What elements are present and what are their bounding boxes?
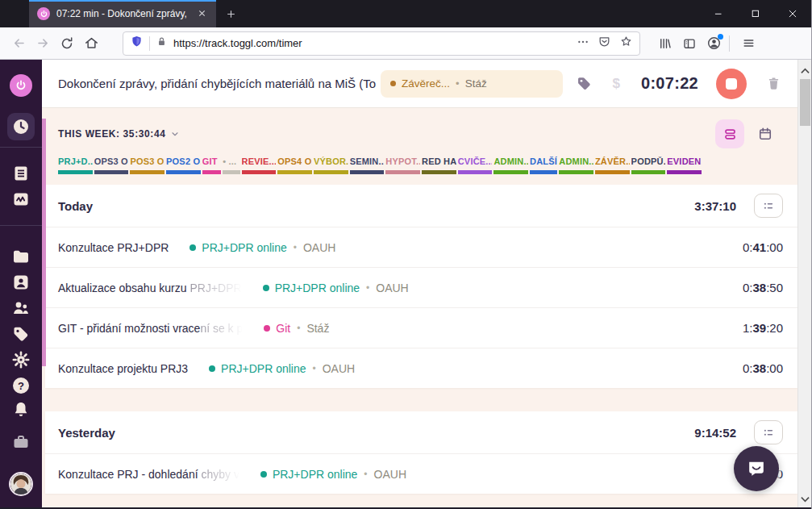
breakdown-segment[interactable]: ZÁVĚR... — [595, 156, 630, 174]
nav-tags[interactable] — [11, 324, 31, 344]
list-view-button[interactable] — [715, 119, 744, 148]
home-button[interactable] — [79, 31, 103, 56]
entry-project[interactable]: Git • Stáž — [264, 322, 329, 335]
nav-team[interactable] — [11, 298, 31, 318]
breakdown-segment[interactable]: REVIE... — [242, 156, 277, 174]
entry-duration[interactable]: 0:41:00 — [743, 240, 783, 254]
chevron-down-icon[interactable] — [170, 129, 180, 139]
chat-launcher[interactable] — [734, 446, 779, 491]
url-text[interactable]: https://track.toggl.com/timer — [173, 37, 577, 49]
breakdown-bar — [631, 170, 666, 174]
tracking-shield-icon[interactable] — [130, 35, 144, 52]
window-maximize-button[interactable] — [737, 0, 774, 27]
entry-duration[interactable]: 0:38:00 — [743, 361, 783, 375]
nav-insights[interactable] — [11, 190, 31, 209]
breakdown-segment[interactable]: HYPOT... — [385, 156, 420, 174]
tab-close-icon[interactable] — [194, 7, 210, 21]
breakdown-segment[interactable]: ADMIN... — [493, 156, 528, 174]
project-breakdown: PRJ+D...OPS3 O...POS3 O...POS2 O...GIT• … — [58, 156, 703, 174]
breakdown-segment[interactable]: GIT — [202, 156, 221, 174]
stop-icon — [726, 78, 737, 90]
window-close-button[interactable] — [774, 0, 811, 27]
nav-settings[interactable] — [11, 350, 31, 369]
breakdown-segment[interactable]: EVIDEN... — [667, 156, 702, 174]
nav-timer[interactable] — [7, 113, 35, 140]
url-bar[interactable]: https://track.toggl.com/timer — [123, 31, 640, 56]
scrollbar-down-arrow[interactable] — [801, 491, 810, 506]
forward-button[interactable] — [31, 31, 55, 56]
project-name: PRJ+DPR online — [202, 241, 286, 254]
timer-description-input[interactable]: Dokončení zprávy, přidání chybějících ma… — [58, 77, 376, 90]
breakdown-segment[interactable]: POS3 O... — [130, 156, 164, 174]
project-name: PRJ+DPR online — [273, 468, 357, 481]
new-tab-button[interactable] — [216, 0, 246, 27]
entry-description[interactable]: Konzultace projektu PRJ3 — [58, 362, 188, 375]
week-total-label[interactable]: THIS WEEK: 35:30:44 — [58, 128, 165, 140]
scrollbar-thumb[interactable] — [800, 79, 810, 126]
group-expand-button[interactable] — [754, 420, 783, 444]
menu-button[interactable] — [736, 31, 760, 56]
reload-button[interactable] — [55, 31, 79, 56]
window-controls — [700, 0, 811, 27]
nav-help-icon[interactable]: ? — [13, 378, 29, 394]
account-button[interactable] — [702, 31, 726, 56]
entry-project[interactable]: PRJ+DPR online • OAUH — [209, 362, 355, 375]
time-entry-row[interactable]: Konzultace PRJ+DPR PRJ+DPR online • OAUH… — [45, 227, 797, 267]
calendar-view-button[interactable] — [752, 121, 778, 147]
toggl-logo-icon[interactable] — [10, 74, 32, 97]
breakdown-label: VÝBOR... — [314, 156, 348, 166]
window-minimize-button[interactable] — [700, 0, 737, 27]
billable-icon[interactable]: $ — [612, 76, 619, 92]
breakdown-segment[interactable]: VÝBOR... — [314, 156, 348, 174]
breakdown-segment[interactable]: CVIČE... — [458, 156, 493, 174]
breakdown-segment[interactable]: SEMIN... — [350, 156, 385, 174]
group-expand-button[interactable] — [754, 194, 783, 218]
user-avatar[interactable] — [9, 472, 33, 496]
browser-tab[interactable]: 07:22 min - Dokončení zprávy, — [29, 0, 216, 27]
breakdown-segment[interactable]: ADMIN... — [559, 156, 593, 174]
sidebar-toggle-button[interactable] — [677, 31, 702, 56]
stop-timer-button[interactable] — [716, 69, 747, 99]
breakdown-segment[interactable]: DALŠÍ ... — [530, 156, 557, 174]
entry-tag: OAUH — [376, 282, 408, 294]
entry-description[interactable]: Aktualizace obsahu kurzu PRJ+DPR — [58, 282, 242, 294]
workspace-briefcase-icon[interactable] — [11, 432, 31, 452]
pocket-button[interactable] — [598, 35, 611, 52]
entry-description[interactable]: Konzultace PRJ+DPR — [58, 241, 169, 254]
time-entry-row[interactable]: Aktualizace obsahu kurzu PRJ+DPR PRJ+DPR… — [45, 267, 797, 307]
bookmark-star-button[interactable] — [619, 35, 633, 52]
entry-project[interactable]: PRJ+DPR online • OAUH — [260, 468, 406, 481]
entry-duration[interactable]: 1:39:20 — [743, 321, 783, 335]
tag-icon[interactable] — [576, 75, 593, 92]
notifications-bell-icon[interactable] — [11, 400, 31, 419]
time-entry-row[interactable]: Konzultace PRJ - dohledání chyby v PRJ+D… — [45, 453, 797, 494]
entry-description[interactable]: GIT - přidání možnosti vracení se k p — [58, 322, 243, 335]
breakdown-segment[interactable]: PODPŮ... — [631, 156, 666, 174]
library-button[interactable] — [653, 31, 677, 56]
breakdown-segment[interactable]: RED HA... — [422, 156, 456, 174]
lock-icon[interactable] — [156, 35, 168, 51]
time-entry-row[interactable]: GIT - přidání možnosti vracení se k p Gi… — [45, 307, 797, 348]
nav-reports[interactable] — [11, 164, 31, 183]
back-button[interactable] — [6, 31, 31, 56]
browser-toolbar: https://track.toggl.com/timer — [0, 27, 811, 60]
page-actions-button[interactable] — [577, 35, 589, 52]
discard-trash-icon[interactable] — [766, 76, 781, 91]
time-entry-row[interactable]: Konzultace projektu PRJ3 PRJ+DPR online … — [45, 348, 797, 388]
chat-bubble-icon — [746, 458, 767, 479]
breakdown-segment[interactable]: OPS3 O... — [94, 156, 129, 174]
entry-project[interactable]: PRJ+DPR online • OAUH — [189, 241, 335, 254]
nav-clients[interactable] — [11, 273, 31, 292]
breakdown-segment[interactable]: PRJ+D... — [58, 156, 93, 174]
entry-project[interactable]: PRJ+DPR online • OAUH — [263, 282, 409, 294]
scrollbar-up-arrow[interactable] — [801, 63, 810, 77]
nav-projects[interactable] — [11, 247, 31, 266]
breakdown-segment[interactable]: POS2 O... — [166, 156, 201, 174]
breakdown-segment[interactable]: • ... — [223, 156, 239, 174]
breakdown-segment[interactable]: OPS4 O... — [277, 156, 312, 174]
breakdown-bar — [314, 170, 348, 174]
entry-description[interactable]: Konzultace PRJ - dohledání chyby v — [58, 468, 239, 481]
page-scrollbar[interactable] — [797, 60, 811, 509]
entry-duration[interactable]: 0:38:50 — [743, 281, 783, 294]
timer-project-pill[interactable]: Závěreč... • Stáž — [381, 70, 563, 98]
